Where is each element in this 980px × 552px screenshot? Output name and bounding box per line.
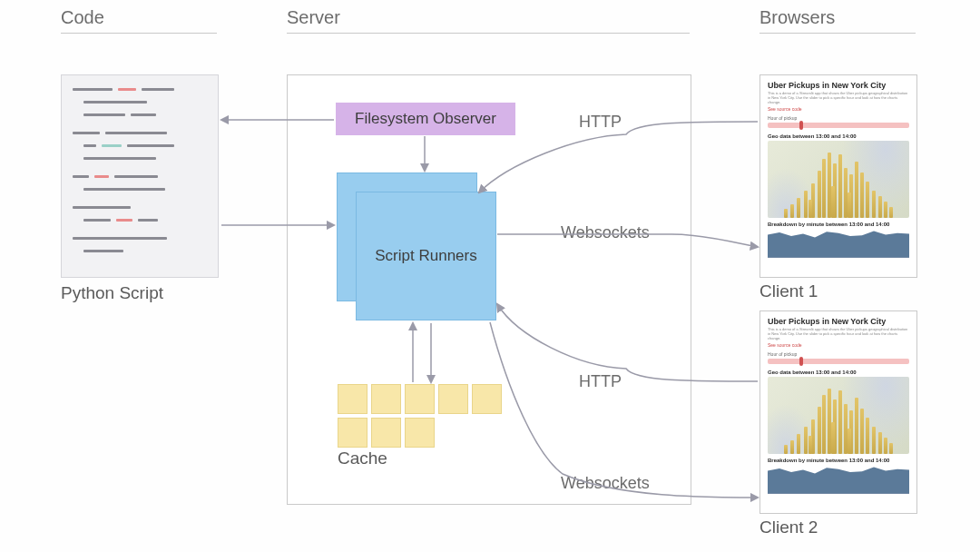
svg-marker-2: [768, 468, 909, 495]
browser-hour-label: Hour of pickup: [768, 351, 909, 357]
cache-cell: [371, 384, 401, 414]
cache-cell: [371, 418, 401, 448]
browser-minute-chart: [768, 229, 909, 258]
browser-source-link: See source code: [768, 106, 909, 112]
cache-grid: [338, 384, 502, 448]
script-runners-label: Script Runners: [375, 247, 476, 265]
filesystem-observer-box: Filesystem Observer: [336, 103, 515, 135]
caption-client-1: Client 1: [760, 281, 818, 301]
browser-breakdown-head: Breakdown by minute between 13:00 and 14…: [768, 458, 909, 463]
cache-cell: [438, 384, 468, 414]
caption-python-script: Python Script: [61, 283, 163, 303]
caption-client-2: Client 2: [760, 518, 818, 537]
divider: [760, 33, 916, 34]
browser-source-link: See source code: [768, 342, 909, 348]
code-editor-box: [61, 74, 219, 278]
cache-cell: [405, 384, 435, 414]
cache-cell: [472, 384, 502, 414]
browser-title: Uber Pickups in New York City: [768, 81, 909, 90]
section-title-server: Server: [287, 7, 340, 28]
divider: [287, 33, 690, 34]
section-title-browsers: Browsers: [760, 7, 835, 28]
browser-slider: [768, 359, 909, 364]
browser-slider: [768, 123, 909, 128]
cache-cell: [338, 384, 368, 414]
caption-cache: Cache: [338, 448, 387, 468]
browser-desc: This is a demo of a Streamlit app that s…: [768, 328, 909, 340]
browser-hour-label: Hour of pickup: [768, 115, 909, 121]
label-websockets-2: Websockets: [561, 474, 650, 493]
label-http-1: HTTP: [579, 113, 622, 132]
browser-map: [768, 141, 909, 218]
browser-title: Uber Pickups in New York City: [768, 317, 909, 326]
label-http-2: HTTP: [579, 372, 622, 391]
label-websockets-1: Websockets: [561, 223, 650, 242]
script-runner-front: Script Runners: [356, 192, 496, 320]
svg-marker-0: [768, 232, 909, 259]
cache-cell: [338, 418, 368, 448]
filesystem-observer-label: Filesystem Observer: [355, 110, 496, 128]
browser-breakdown-head: Breakdown by minute between 13:00 and 14…: [768, 222, 909, 227]
browser-client-1: Uber Pickups in New York CityThis is a d…: [760, 74, 917, 278]
section-title-code: Code: [61, 7, 104, 28]
browser-geo-head: Geo data between 13:00 and 14:00: [768, 133, 909, 139]
divider: [61, 33, 217, 34]
browser-minute-chart: [768, 465, 909, 494]
browser-desc: This is a demo of a Streamlit app that s…: [768, 92, 909, 104]
browser-map: [768, 377, 909, 454]
browser-geo-head: Geo data between 13:00 and 14:00: [768, 370, 909, 375]
cache-cell: [405, 418, 435, 448]
browser-client-2: Uber Pickups in New York CityThis is a d…: [760, 310, 917, 514]
